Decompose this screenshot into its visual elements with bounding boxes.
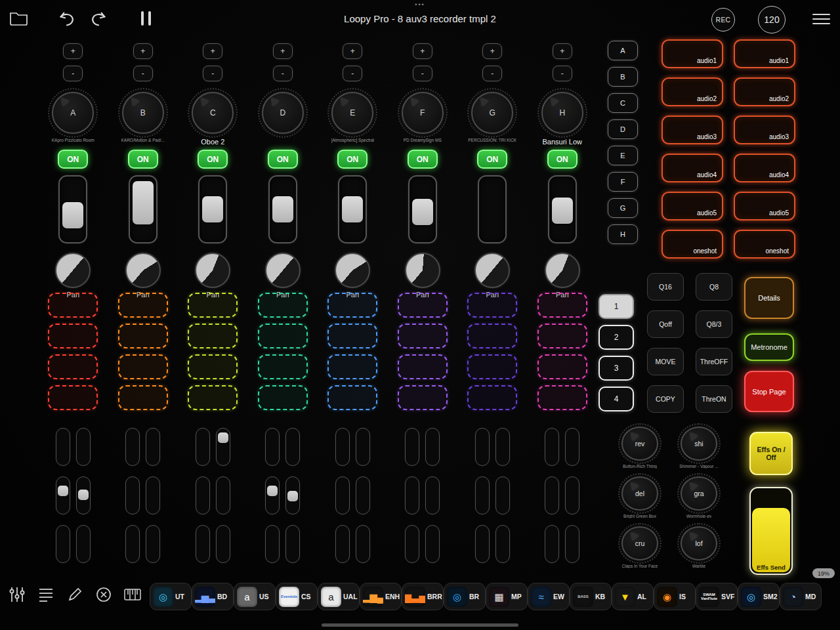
mini-slider[interactable] bbox=[335, 428, 350, 466]
fx-knob-shi[interactable]: shi Shimmer - Vapour ... bbox=[669, 427, 728, 469]
details-button[interactable]: Details bbox=[744, 277, 794, 319]
mini-slider[interactable] bbox=[146, 476, 160, 514]
mini-slider-handle[interactable] bbox=[287, 491, 298, 501]
dock-app-enh[interactable]: ▂▆▄ ENH bbox=[360, 583, 402, 610]
pencil-icon[interactable] bbox=[64, 584, 85, 605]
page-button-1[interactable]: 1 bbox=[598, 294, 634, 319]
mini-slider[interactable] bbox=[56, 428, 70, 466]
mini-slider[interactable] bbox=[565, 525, 579, 563]
fx-knob-lof[interactable]: lof Warble bbox=[669, 526, 728, 568]
row-button-d[interactable]: D bbox=[608, 119, 638, 139]
mini-slider[interactable] bbox=[216, 428, 230, 466]
tempo-button[interactable]: 120 bbox=[758, 6, 786, 33]
mini-slider[interactable] bbox=[285, 525, 300, 563]
dock-app-ut[interactable]: ◎ UT bbox=[150, 583, 192, 610]
channel-fader[interactable] bbox=[58, 175, 87, 243]
page-button-4[interactable]: 4 bbox=[598, 387, 634, 411]
audio-button[interactable]: audio4 bbox=[734, 154, 795, 182]
audio-button[interactable]: oneshot bbox=[734, 230, 795, 259]
channel-on-button[interactable]: ON bbox=[408, 150, 438, 169]
channel-minus-button[interactable]: - bbox=[343, 66, 362, 81]
channel-fader[interactable] bbox=[129, 175, 158, 243]
fader-handle[interactable] bbox=[133, 181, 154, 224]
row-button-c[interactable]: C bbox=[608, 93, 638, 113]
channel-knob[interactable]: C bbox=[192, 92, 234, 134]
mini-slider[interactable] bbox=[56, 525, 70, 563]
channel-fader[interactable] bbox=[478, 175, 507, 243]
audio-button[interactable]: audio3 bbox=[734, 116, 795, 144]
mini-slider[interactable] bbox=[285, 476, 300, 514]
mini-slider[interactable] bbox=[146, 428, 160, 466]
quantize-button-move[interactable]: MOVE bbox=[647, 348, 684, 375]
mini-slider[interactable] bbox=[565, 476, 579, 514]
mini-slider[interactable] bbox=[545, 428, 559, 466]
loop-cell[interactable] bbox=[398, 354, 448, 379]
channel-on-button[interactable]: ON bbox=[128, 150, 158, 169]
fx-knob-dial[interactable]: lof bbox=[681, 526, 717, 560]
loop-cell[interactable] bbox=[48, 293, 98, 318]
mini-slider[interactable] bbox=[495, 428, 510, 466]
mini-slider[interactable] bbox=[495, 476, 510, 514]
loop-cell[interactable] bbox=[188, 293, 238, 318]
pan-knob[interactable] bbox=[195, 253, 230, 288]
fx-knob-del[interactable]: del Bright Green Box bbox=[610, 476, 669, 518]
channel-plus-button[interactable]: + bbox=[203, 43, 222, 59]
menu-icon[interactable] bbox=[812, 14, 830, 24]
audio-button[interactable]: audio2 bbox=[662, 77, 723, 106]
mini-slider-handle[interactable] bbox=[78, 490, 89, 500]
dock-app-mp[interactable]: ▦ MP bbox=[486, 583, 528, 610]
loop-cell[interactable] bbox=[537, 354, 587, 379]
dock-app-svf[interactable]: SWAM VanFlute SVF bbox=[696, 583, 738, 610]
mini-slider[interactable] bbox=[475, 476, 490, 514]
mini-slider[interactable] bbox=[495, 525, 510, 563]
loop-cell[interactable] bbox=[48, 324, 98, 348]
fx-knob-dial[interactable]: shi bbox=[681, 427, 717, 461]
channel-fader[interactable] bbox=[338, 175, 367, 243]
mini-slider-handle[interactable] bbox=[267, 486, 278, 496]
channel-minus-button[interactable]: - bbox=[133, 66, 153, 81]
dock-app-ual[interactable]: a UAL bbox=[318, 583, 360, 610]
home-indicator[interactable] bbox=[322, 623, 518, 627]
quantize-button-threoff[interactable]: ThreOFF bbox=[696, 348, 732, 375]
channel-minus-button[interactable]: - bbox=[273, 66, 293, 81]
channel-knob[interactable]: H bbox=[541, 92, 583, 134]
mini-slider[interactable] bbox=[196, 525, 210, 563]
pan-knob[interactable] bbox=[474, 253, 510, 288]
mini-slider[interactable] bbox=[125, 476, 140, 514]
effs-on-off-button[interactable]: Effs On / Off bbox=[749, 432, 793, 475]
mini-slider[interactable] bbox=[565, 428, 579, 466]
loop-cell[interactable] bbox=[118, 354, 168, 379]
fx-knob-dial[interactable]: gra bbox=[681, 476, 717, 511]
channel-fader[interactable] bbox=[268, 175, 297, 243]
mixer-icon[interactable] bbox=[7, 584, 28, 605]
mini-slider-handle[interactable] bbox=[58, 486, 68, 496]
mini-slider[interactable] bbox=[146, 525, 160, 563]
fader-handle[interactable] bbox=[412, 199, 433, 225]
channel-on-button[interactable]: ON bbox=[477, 150, 507, 169]
channel-minus-button[interactable]: - bbox=[553, 66, 572, 81]
mini-slider[interactable] bbox=[356, 428, 370, 466]
loop-cell[interactable] bbox=[537, 385, 587, 410]
dock-app-md[interactable]: ◔ MD bbox=[780, 583, 822, 610]
mini-slider[interactable] bbox=[285, 428, 300, 466]
quantize-button-q16[interactable]: Q16 bbox=[647, 273, 684, 301]
channel-minus-button[interactable]: - bbox=[482, 66, 502, 81]
channel-plus-button[interactable]: + bbox=[343, 43, 362, 59]
fx-knob-cru[interactable]: cru Claps In Your Face bbox=[610, 526, 669, 568]
channel-knob[interactable]: A bbox=[52, 92, 94, 134]
audio-button[interactable]: audio5 bbox=[734, 192, 795, 220]
loop-cell[interactable] bbox=[327, 293, 377, 318]
loop-cell[interactable] bbox=[327, 354, 377, 379]
loop-cell[interactable] bbox=[258, 385, 308, 410]
loop-cell[interactable] bbox=[467, 324, 517, 348]
fader-handle[interactable] bbox=[272, 196, 293, 222]
fx-knob-dial[interactable]: del bbox=[621, 476, 658, 511]
page-button-3[interactable]: 3 bbox=[598, 356, 634, 381]
loop-cell[interactable] bbox=[258, 324, 308, 348]
quantize-button-copy[interactable]: COPY bbox=[647, 385, 684, 413]
quantize-button-q8[interactable]: Q8 bbox=[696, 273, 732, 301]
mini-slider[interactable] bbox=[125, 525, 140, 563]
loop-cell[interactable] bbox=[118, 324, 168, 348]
channel-plus-button[interactable]: + bbox=[553, 43, 572, 59]
dock-app-cs[interactable]: Eventide CS bbox=[276, 583, 318, 610]
